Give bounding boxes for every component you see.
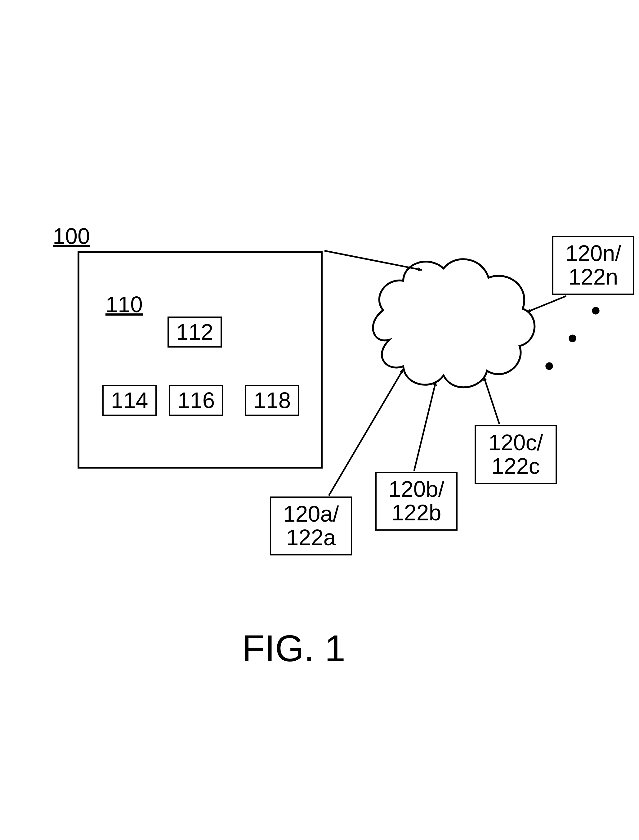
server-ref-label: 110	[105, 292, 143, 317]
server-inner-c: 116	[169, 385, 223, 416]
client-box-c: 120c/ 122c	[475, 425, 557, 484]
figure-caption: FIG. 1	[242, 627, 345, 670]
client-box-n: 120n/ 122n	[552, 236, 634, 295]
client-b-l2: 122b	[388, 501, 444, 525]
client-c-label: 120c/ 122c	[488, 431, 543, 478]
server-inner-a: 112	[167, 317, 222, 348]
system-ref-label: 100	[53, 223, 90, 249]
client-a-l1: 120a/	[283, 503, 339, 526]
client-n-label: 120n/ 122n	[565, 242, 621, 289]
client-a-label: 120a/ 122a	[283, 503, 339, 549]
server-inner-d-label: 118	[253, 388, 291, 413]
arrow-client-n-to-cloud	[527, 296, 566, 312]
server-inner-a-label: 112	[176, 319, 213, 345]
server-inner-d: 118	[245, 385, 299, 416]
cloud-ref-label: 130	[436, 313, 473, 339]
figure-stage: 100 110 112 114 116 118 130 120a/ 122a 1…	[0, 0, 639, 840]
client-n-l2: 122n	[565, 265, 621, 289]
client-c-l1: 120c/	[488, 431, 543, 455]
ellipsis-label: • • •	[534, 290, 617, 380]
client-n-l1: 120n/	[565, 242, 621, 265]
server-box	[78, 251, 323, 469]
client-box-b: 120b/ 122b	[375, 472, 458, 531]
client-b-l1: 120b/	[388, 477, 444, 501]
server-inner-b-label: 114	[111, 388, 148, 413]
client-b-label: 120b/ 122b	[388, 477, 444, 524]
arrow-client-c-to-cloud	[484, 377, 499, 424]
server-inner-c-label: 116	[177, 388, 215, 413]
client-c-l2: 122c	[488, 455, 543, 478]
arrow-server-to-cloud	[324, 251, 422, 270]
client-box-a: 120a/ 122a	[270, 496, 352, 555]
client-a-l2: 122a	[283, 526, 339, 550]
arrow-client-b-to-cloud	[414, 382, 436, 471]
server-inner-b: 114	[102, 385, 157, 416]
